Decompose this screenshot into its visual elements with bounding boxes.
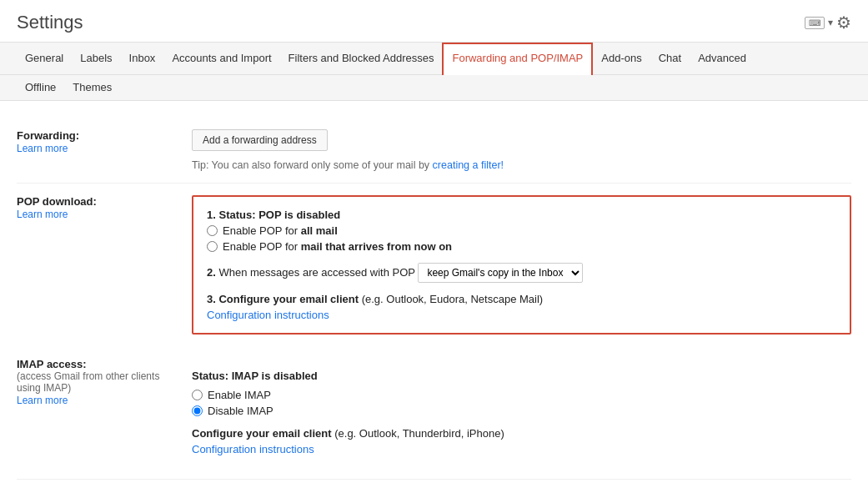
imap-radio1[interactable] [192,390,203,400]
tab-inbox[interactable]: Inbox [121,43,164,74]
imap-row: IMAP access: (access Gmail from other cl… [17,346,851,480]
add-forwarding-button[interactable]: Add a forwarding address [192,129,328,151]
pop-radio2-row: Enable POP for mail that arrives from no… [207,240,836,253]
imap-radio1-row: Enable IMAP [192,389,851,401]
tab-accounts[interactable]: Accounts and Import [163,43,279,74]
tab-advanced[interactable]: Advanced [690,43,755,74]
imap-configure: Configure your email client (e.g. Outloo… [192,427,851,440]
imap-radio2[interactable] [192,405,203,416]
dropdown-arrow: ▾ [828,17,833,28]
tab-themes[interactable]: Themes [64,75,120,100]
imap-sublabel: (access Gmail from other clients [17,370,175,382]
pop-access-dropdown[interactable]: keep Gmail's copy in the Inbox archive G… [418,263,583,283]
pop-radio2-label: Enable POP for mail that arrives from no… [223,240,452,253]
create-filter-link[interactable]: creating a filter! [433,159,504,171]
pop-step1-label: 1. Status: POP is disabled [207,209,836,221]
forwarding-label: Forwarding: [17,129,175,142]
pop-download-row: POP download: Learn more 1. Status: POP … [17,184,851,335]
pop-config-link[interactable]: Configuration instructions [207,309,329,321]
imap-config-link[interactable]: Configuration instructions [192,443,314,455]
tab-forwarding[interactable]: Forwarding and POP/IMAP [442,43,593,75]
imap-radio1-label: Enable IMAP [208,389,271,401]
tab-chat[interactable]: Chat [650,43,690,74]
pop-label: POP download: [17,195,175,208]
forwarding-row: Forwarding: Learn more Add a forwarding … [17,118,851,184]
pop-learn-more[interactable]: Learn more [17,209,68,220]
nav-tabs-row2: Offline Themes [0,75,868,101]
tab-labels[interactable]: Labels [72,43,120,74]
tab-filters[interactable]: Filters and Blocked Addresses [280,43,443,74]
imap-label: IMAP access: [17,358,175,370]
nav-tabs-row1: General Labels Inbox Accounts and Import… [0,43,868,75]
pop-radio2[interactable] [207,241,218,252]
page-title: Settings [17,12,83,42]
tab-offline[interactable]: Offline [17,75,64,100]
imap-status: Status: IMAP is disabled [192,370,851,382]
pop-section: 1. Status: POP is disabled Enable POP fo… [192,195,851,335]
forwarding-learn-more[interactable]: Learn more [17,143,68,154]
pop-radio1-row: Enable POP for all mail [207,224,836,237]
gear-icon[interactable]: ⚙ [836,13,851,33]
pop-step2: 2. When messages are accessed with POP k… [207,263,836,283]
pop-step3: 3. Configure your email client (e.g. Out… [207,293,836,305]
keyboard-icon[interactable]: ⌨ [805,17,825,29]
imap-learn-more[interactable]: Learn more [17,395,68,406]
imap-radio2-label: Disable IMAP [208,405,273,417]
imap-sublabel2: using IMAP) [17,382,175,394]
forwarding-tip: Tip: You can also forward only some of y… [192,159,851,171]
pop-radio1[interactable] [207,225,218,236]
tab-addons[interactable]: Add-ons [593,43,650,74]
imap-radio2-row: Disable IMAP [192,405,851,417]
pop-radio1-label: Enable POP for all mail [223,224,338,237]
tab-general[interactable]: General [17,43,72,74]
